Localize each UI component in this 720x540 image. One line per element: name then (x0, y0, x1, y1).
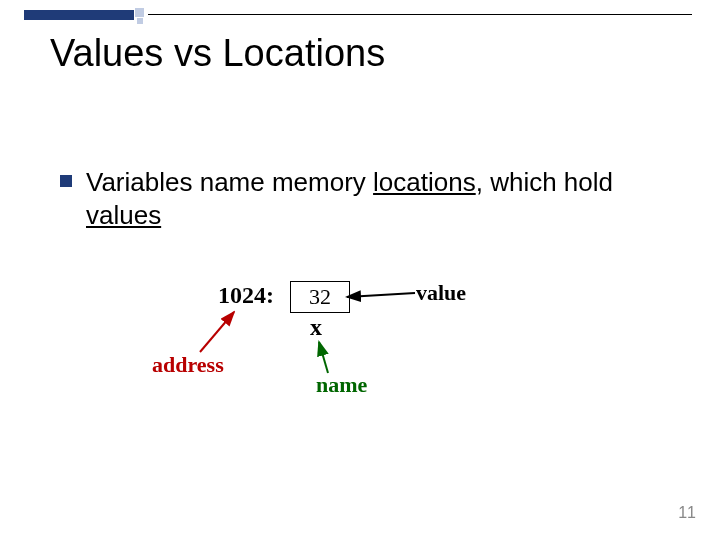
bullet-part-underline-values: values (86, 200, 161, 230)
address-label: address (152, 352, 224, 378)
bullet-icon (60, 175, 72, 187)
accent-rule (148, 14, 692, 15)
accent-bar (24, 10, 134, 20)
name-label: name (316, 372, 367, 398)
variable-name: x (310, 314, 322, 341)
page-number: 11 (678, 504, 696, 522)
arrows-svg (0, 0, 720, 540)
bullet-part-underline-locations: locations (373, 167, 476, 197)
arrow-name-to-var (319, 342, 328, 373)
page-title: Values vs Locations (50, 32, 385, 75)
value-label: value (416, 280, 466, 306)
bullet-text: Variables name memory locations, which h… (86, 166, 666, 231)
arrow-address-to-addr (200, 312, 234, 352)
memory-box: 32 (290, 281, 350, 313)
bullet-part-mid: , which hold (476, 167, 613, 197)
bullet-part-pre: Variables name memory (86, 167, 373, 197)
arrow-value-to-box (347, 293, 415, 297)
accent-square-icon (135, 8, 144, 17)
address-value-label: 1024: (218, 282, 274, 309)
accent-square-icon (137, 18, 143, 24)
